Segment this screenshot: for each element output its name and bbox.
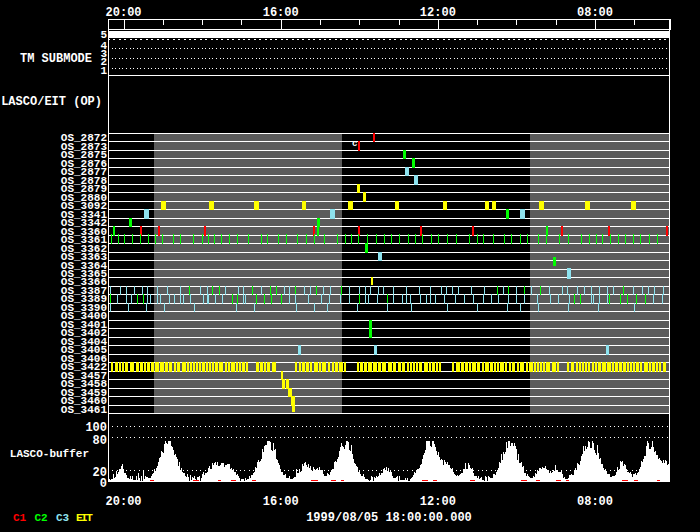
svg-text:1999/08/05 18:00:00.000: 1999/08/05 18:00:00.000 — [306, 511, 472, 525]
svg-text:08:00: 08:00 — [577, 495, 613, 509]
svg-text:C3: C3 — [56, 512, 70, 524]
svg-text:20:00: 20:00 — [106, 495, 142, 509]
svg-text:80: 80 — [93, 434, 107, 448]
svg-text:16:00: 16:00 — [263, 6, 299, 20]
svg-text:12:00: 12:00 — [420, 6, 456, 20]
svg-text:LASCO-buffer: LASCO-buffer — [10, 448, 89, 460]
svg-text:16:00: 16:00 — [263, 495, 299, 509]
svg-text:12:00: 12:00 — [420, 495, 456, 509]
svg-text:C1: C1 — [13, 512, 27, 524]
svg-text:100: 100 — [85, 421, 107, 435]
svg-text:LASCO/EIT (OP): LASCO/EIT (OP) — [1, 95, 102, 109]
svg-text:c: c — [352, 139, 357, 149]
svg-text:OS_3461: OS_3461 — [61, 404, 108, 416]
svg-text:20:00: 20:00 — [106, 6, 142, 20]
svg-text:0: 0 — [100, 477, 107, 491]
svg-text:1: 1 — [100, 65, 107, 77]
svg-text:C2: C2 — [35, 512, 48, 524]
svg-text:5: 5 — [100, 29, 107, 41]
svg-text:TM SUBMODE: TM SUBMODE — [20, 52, 92, 66]
svg-text:08:00: 08:00 — [577, 6, 613, 20]
svg-text:EIT: EIT — [76, 512, 93, 524]
